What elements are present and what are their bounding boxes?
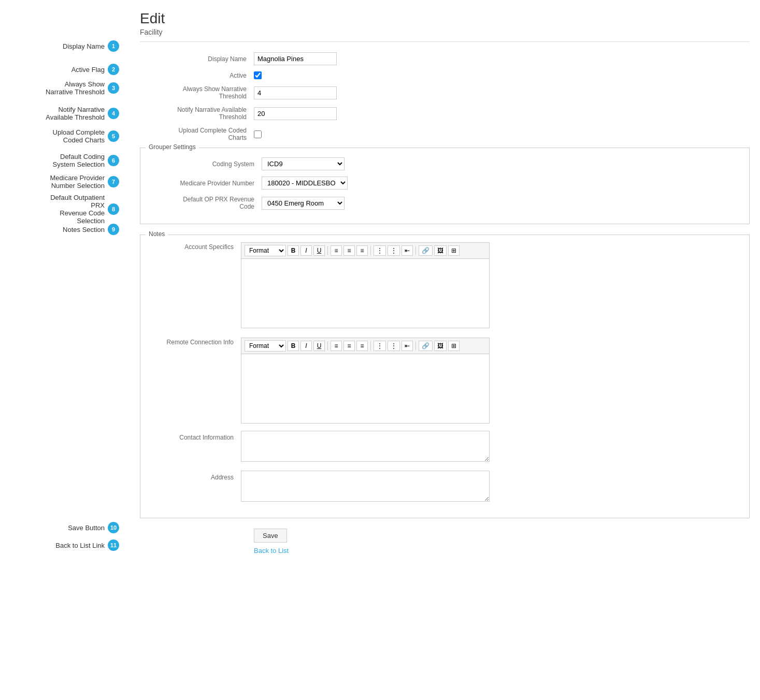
contact-info-field-wrap xyxy=(241,431,490,463)
upload-checkbox[interactable] xyxy=(254,130,262,138)
medicare-row: Medicare Provider Number 180020 - MIDDLE… xyxy=(148,177,742,189)
display-name-row: Display Name xyxy=(140,52,750,65)
address-row: Address xyxy=(148,471,742,503)
align-left-btn-2[interactable]: ≡ xyxy=(331,341,342,351)
link-btn-2[interactable]: 🔗 xyxy=(419,341,433,351)
outdent-btn-2[interactable]: ⇤ xyxy=(401,341,413,351)
align-center-btn-2[interactable]: ≡ xyxy=(343,341,355,351)
grouper-settings-box: Grouper Settings Coding System ICD9 ICD1… xyxy=(140,148,750,224)
contact-info-textarea[interactable] xyxy=(241,431,490,462)
account-specifics-toolbar: Format B I U ≡ ≡ ≡ ⋮ ⋮ ⇤ xyxy=(241,243,489,259)
bold-btn-2[interactable]: B xyxy=(288,341,299,351)
remote-connection-row: Remote Connection Info Format B I U ≡ xyxy=(148,336,742,424)
table-btn-2[interactable]: ⊞ xyxy=(448,341,460,351)
sep-5 xyxy=(370,341,371,351)
remote-connection-toolbar: Format B I U ≡ ≡ ≡ ⋮ ⋮ ⇤ xyxy=(241,338,489,354)
remote-connection-label: Remote Connection Info xyxy=(148,336,241,346)
remote-connection-textarea[interactable] xyxy=(241,354,489,421)
align-left-btn-1[interactable]: ≡ xyxy=(331,245,342,256)
always-show-row: Always Show NarrativeThreshold xyxy=(140,85,750,100)
back-to-list-link[interactable]: Back to List xyxy=(254,547,289,555)
annotation-notes: Notes Section 9 xyxy=(63,224,119,235)
remote-connection-format-select[interactable]: Format xyxy=(245,340,286,352)
address-textarea[interactable] xyxy=(241,471,490,502)
medicare-select[interactable]: 180020 - MIDDLESBO Other xyxy=(262,177,348,189)
account-specifics-label: Account Specifics xyxy=(148,240,241,251)
list-ol-btn-2[interactable]: ⋮ xyxy=(388,341,400,351)
coding-system-label: Coding System xyxy=(148,161,262,168)
sep-1 xyxy=(327,246,328,255)
account-specifics-textarea[interactable] xyxy=(241,259,489,326)
sep-2 xyxy=(370,246,371,255)
image-btn-1[interactable]: 🖼 xyxy=(434,245,447,256)
annotation-active-flag: Active Flag 2 xyxy=(71,64,119,75)
address-field-wrap xyxy=(241,471,490,503)
account-specifics-editor: Format B I U ≡ ≡ ≡ ⋮ ⋮ ⇤ xyxy=(241,242,490,328)
active-checkbox[interactable] xyxy=(254,71,262,79)
link-btn-1[interactable]: 🔗 xyxy=(419,245,433,256)
sep-4 xyxy=(327,341,328,351)
notes-legend: Notes xyxy=(146,230,168,238)
grouper-legend: Grouper Settings xyxy=(146,143,199,151)
active-row: Active xyxy=(140,71,750,79)
annotation-upload: Upload CompleteCoded Charts 5 xyxy=(53,128,119,144)
upload-row: Upload Complete CodedCharts xyxy=(140,127,750,141)
sep-6 xyxy=(415,341,416,351)
default-op-label: Default OP PRX RevenueCode xyxy=(148,196,262,210)
save-button[interactable]: Save xyxy=(254,529,287,543)
annotation-back: Back to List Link 11 xyxy=(55,539,119,551)
coding-system-select[interactable]: ICD9 ICD10 xyxy=(262,157,345,170)
contact-info-row: Contact Information xyxy=(148,431,742,463)
annotation-display-name: Display Name 1 xyxy=(63,40,119,52)
notify-row: Notify Narrative AvailableThreshold xyxy=(140,106,750,121)
italic-btn-2[interactable]: I xyxy=(300,341,312,351)
display-name-input[interactable] xyxy=(254,52,337,65)
align-right-btn-2[interactable]: ≡ xyxy=(356,341,368,351)
save-row: Save xyxy=(140,529,750,543)
sep-3 xyxy=(415,246,416,255)
remote-connection-editor-wrap: Format B I U ≡ ≡ ≡ ⋮ ⋮ ⇤ xyxy=(241,336,490,424)
bold-btn-1[interactable]: B xyxy=(288,245,299,256)
always-show-input[interactable] xyxy=(254,86,337,99)
list-ul-btn-2[interactable]: ⋮ xyxy=(374,341,386,351)
underline-btn-1[interactable]: U xyxy=(313,245,325,256)
page-subtitle: Facility xyxy=(140,28,750,42)
notes-fieldset: Notes Account Specifics Format B I U xyxy=(140,235,750,518)
address-label: Address xyxy=(148,471,241,481)
back-row: Back to List xyxy=(140,547,750,555)
annotation-coding-system: Default CodingSystem Selection 6 xyxy=(53,153,119,168)
align-right-btn-1[interactable]: ≡ xyxy=(356,245,368,256)
medicare-label: Medicare Provider Number xyxy=(148,180,262,187)
annotation-save: Save Button 10 xyxy=(68,522,119,533)
italic-btn-1[interactable]: I xyxy=(300,245,312,256)
notify-label: Notify Narrative AvailableThreshold xyxy=(140,106,254,121)
default-op-row: Default OP PRX RevenueCode 0450 Emerg Ro… xyxy=(148,196,742,210)
active-label: Active xyxy=(140,72,254,79)
account-specifics-editor-wrap: Format B I U ≡ ≡ ≡ ⋮ ⋮ ⇤ xyxy=(241,240,490,328)
account-specifics-row: Account Specifics Format B I U ≡ ≡ xyxy=(148,240,742,328)
upload-label: Upload Complete CodedCharts xyxy=(140,127,254,141)
list-ol-btn-1[interactable]: ⋮ xyxy=(388,245,400,256)
underline-btn-2[interactable]: U xyxy=(313,341,325,351)
annotation-notify: Notify NarrativeAvailable Threshold 4 xyxy=(46,106,119,121)
default-op-select[interactable]: 0450 Emerg Room Other xyxy=(262,197,345,210)
notify-input[interactable] xyxy=(254,107,337,120)
display-name-label: Display Name xyxy=(140,55,254,63)
list-ul-btn-1[interactable]: ⋮ xyxy=(374,245,386,256)
account-specifics-format-select[interactable]: Format xyxy=(245,245,286,256)
table-btn-1[interactable]: ⊞ xyxy=(448,245,460,256)
coding-system-row: Coding System ICD9 ICD10 xyxy=(148,157,742,170)
annotation-medicare: Medicare ProviderNumber Selection 7 xyxy=(50,174,120,189)
align-center-btn-1[interactable]: ≡ xyxy=(343,245,355,256)
annotation-op-prx: Default Outpatient PRXRevenue Code Selec… xyxy=(37,194,119,225)
annotation-always-show: Always ShowNarrative Threshold 3 xyxy=(46,80,119,96)
remote-connection-editor: Format B I U ≡ ≡ ≡ ⋮ ⋮ ⇤ xyxy=(241,338,490,424)
always-show-label: Always Show NarrativeThreshold xyxy=(140,85,254,100)
image-btn-2[interactable]: 🖼 xyxy=(434,341,447,351)
contact-info-label: Contact Information xyxy=(148,431,241,441)
outdent-btn-1[interactable]: ⇤ xyxy=(401,245,413,256)
page-title: Edit xyxy=(140,10,750,27)
